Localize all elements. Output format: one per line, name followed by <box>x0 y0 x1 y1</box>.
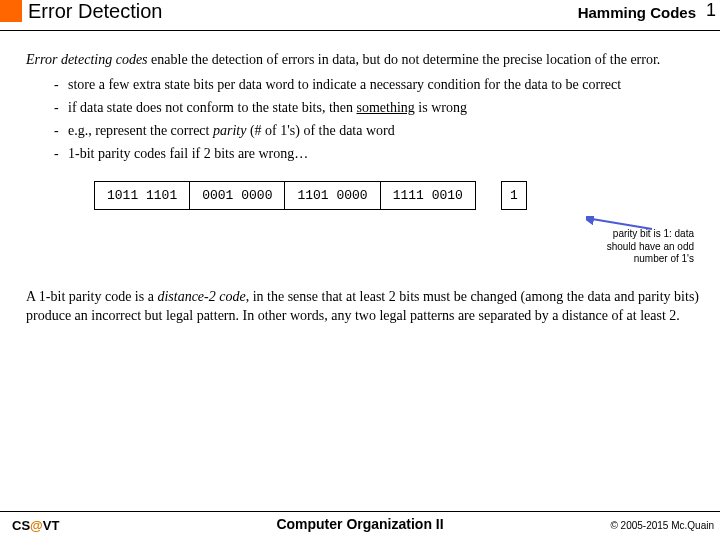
svg-line-1 <box>592 219 652 229</box>
bullet-item: if data state does not conform to the st… <box>54 99 702 118</box>
slide-title: Error Detection <box>28 0 163 23</box>
slide-body: Error detecting codes enable the detecti… <box>0 31 720 326</box>
slide-header: Error Detection Hamming Codes 1 <box>0 0 720 31</box>
accent-square-icon <box>0 0 22 22</box>
section-title: Hamming Codes <box>578 4 696 21</box>
intro-paragraph: Error detecting codes enable the detecti… <box>26 51 702 70</box>
bullet-item: store a few extra state bits per data wo… <box>54 76 702 95</box>
intro-lead-rest: enable the detection of errors in data, … <box>148 52 661 67</box>
intro-lead-italic: Error detecting codes <box>26 52 148 67</box>
arrow-icon <box>586 216 656 232</box>
closing-paragraph: A 1-bit parity code is a distance-2 code… <box>26 288 702 326</box>
code-cell: 1011 1101 <box>94 181 190 210</box>
annotation-area: parity bit is 1: data should have an odd… <box>26 210 702 282</box>
code-cell: 1101 0000 <box>284 181 380 210</box>
parity-cell: 1 <box>501 181 527 210</box>
slide-footer: CS@VT Computer Organization II © 2005-20… <box>0 511 720 540</box>
code-cell: 1111 0010 <box>380 181 476 210</box>
bullet-item: e.g., represent the correct parity (# of… <box>54 122 702 141</box>
bullet-item: 1-bit parity codes fail if 2 bits are wr… <box>54 145 702 164</box>
parity-annotation: parity bit is 1: data should have an odd… <box>604 228 694 266</box>
footer-right: © 2005-2015 Mc.Quain <box>610 520 714 531</box>
code-cell: 0001 0000 <box>189 181 285 210</box>
bullet-list: store a few extra state bits per data wo… <box>54 76 702 164</box>
code-row: 1011 1101 0001 0000 1101 0000 1111 0010 … <box>94 181 702 210</box>
page-number: 1 <box>706 0 716 21</box>
